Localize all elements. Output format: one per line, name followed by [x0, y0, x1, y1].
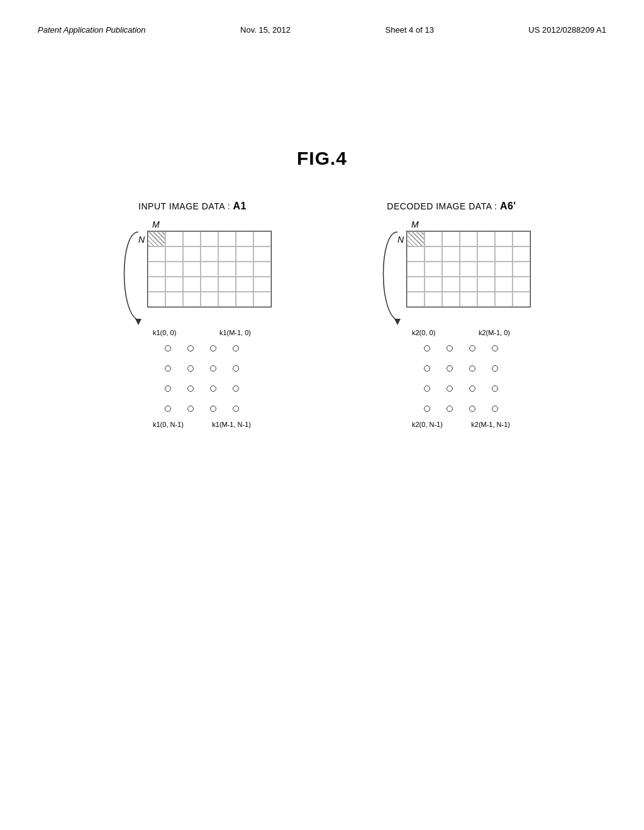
dot-icon	[210, 365, 216, 372]
dot-icon	[233, 385, 239, 392]
left-top-right-label: k1(M-1, 0)	[219, 329, 251, 336]
dot-cell	[179, 379, 202, 398]
grid-cell	[218, 262, 236, 277]
dot-icon	[469, 385, 475, 392]
left-n-label: N	[138, 235, 145, 245]
grid-cell	[201, 277, 218, 292]
page-header: Patent Application Publication Nov. 15, …	[38, 25, 606, 35]
left-m-label: M	[152, 219, 160, 230]
grid-cell	[165, 262, 183, 277]
grid-cell	[218, 277, 236, 292]
grid-cell	[513, 231, 530, 246]
right-label-bold: A6'	[500, 201, 516, 211]
right-diagram: DECODED IMAGE DATA : A6' M N	[338, 201, 565, 428]
grid-cell	[236, 246, 253, 262]
dot-cell	[461, 399, 484, 418]
header-date: Nov. 15, 2012	[240, 25, 291, 35]
grid-cell	[442, 231, 460, 246]
dot-cell	[157, 339, 179, 358]
dot-icon	[492, 345, 498, 351]
grid-cell	[460, 246, 477, 262]
grid-cell	[495, 292, 513, 307]
dot-icon	[165, 365, 171, 372]
left-top-left-label: k1(0, 0)	[153, 329, 176, 336]
dot-icon	[210, 385, 216, 392]
dot-cell	[416, 379, 438, 398]
grid-cell	[477, 231, 495, 246]
grid-cell	[236, 292, 253, 307]
grid-cell	[442, 277, 460, 292]
dot-cell	[484, 359, 506, 378]
dot-cell	[179, 399, 202, 418]
header-patent-number: US 2012/0288209 A1	[528, 25, 606, 35]
dot-cell	[484, 399, 506, 418]
grid-cell	[460, 231, 477, 246]
grid-cell	[495, 277, 513, 292]
dot-icon	[469, 406, 475, 412]
grid-cell	[236, 262, 253, 277]
grid-cell	[442, 292, 460, 307]
dot-icon	[424, 365, 430, 372]
grid-cell	[253, 262, 271, 277]
grid-cell	[236, 277, 253, 292]
dot-cell	[461, 379, 484, 398]
left-label-bold: A1	[233, 201, 246, 211]
grid-cell	[513, 246, 530, 262]
page: Patent Application Publication Nov. 15, …	[0, 0, 644, 830]
right-diagram-label: DECODED IMAGE DATA : A6'	[387, 201, 516, 212]
left-dots-section: k1(0, 0) k1(M-1, 0)	[153, 329, 251, 428]
grid-cell	[477, 246, 495, 262]
dot-cell	[225, 379, 247, 398]
dot-icon	[165, 345, 171, 351]
dot-icon	[187, 385, 194, 392]
dot-cell	[202, 399, 225, 418]
dot-icon	[165, 385, 171, 392]
left-content-block: M N	[113, 219, 272, 428]
grid-cell	[513, 277, 530, 292]
grid-cell	[253, 246, 271, 262]
grid-cell	[407, 231, 425, 246]
right-top-right-label: k2(M-1, 0)	[479, 329, 510, 336]
grid-cell	[253, 292, 271, 307]
dot-cell	[461, 359, 484, 378]
grid-cell	[165, 246, 183, 262]
grid-cell	[460, 292, 477, 307]
dot-cell	[416, 359, 438, 378]
grid-cell	[495, 262, 513, 277]
grid-cell	[477, 277, 495, 292]
dot-cell	[202, 339, 225, 358]
right-m-label: M	[411, 219, 419, 230]
dot-icon	[492, 365, 498, 372]
dot-cell	[179, 339, 202, 358]
dot-icon	[424, 406, 430, 412]
grid-cell	[253, 277, 271, 292]
grid-cell	[253, 231, 271, 246]
grid-cell	[218, 231, 236, 246]
left-bottom-right-label: k1(M-1, N-1)	[212, 421, 251, 428]
dot-cell	[484, 379, 506, 398]
dot-cell	[157, 379, 179, 398]
right-dots-grid	[416, 339, 506, 418]
dot-icon	[447, 385, 453, 392]
dot-cell	[225, 399, 247, 418]
grid-cell	[183, 246, 201, 262]
dot-icon	[187, 345, 194, 351]
dot-icon	[233, 345, 239, 351]
grid-cell	[407, 246, 425, 262]
grid-cell	[201, 292, 218, 307]
grid-cell	[425, 292, 442, 307]
dot-icon	[469, 365, 475, 372]
grid-cell	[148, 292, 165, 307]
left-bottom-left-label: k1(0, N-1)	[153, 421, 184, 428]
grid-cell	[218, 246, 236, 262]
dot-icon	[447, 345, 453, 351]
dot-icon	[233, 406, 239, 412]
grid-cell	[442, 262, 460, 277]
dot-cell	[438, 339, 461, 358]
svg-marker-1	[394, 319, 401, 325]
dot-icon	[187, 365, 194, 372]
grid-cell	[236, 231, 253, 246]
right-bottom-right-label: k2(M-1, N-1)	[471, 421, 510, 428]
grid-cell	[425, 246, 442, 262]
grid-cell	[183, 277, 201, 292]
